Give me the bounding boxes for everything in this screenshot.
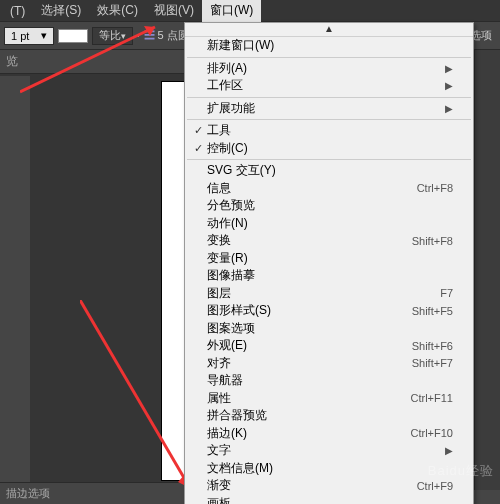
- menu-item-label: 图像描摹: [207, 267, 453, 284]
- menu-item-label: 变换: [207, 232, 412, 249]
- menu-shortcut: Ctrl+F11: [411, 392, 454, 404]
- right-panel-strip[interactable]: [474, 50, 500, 490]
- menu-item-label: 文字: [207, 442, 445, 459]
- tools-panel[interactable]: [0, 76, 30, 504]
- menu-view[interactable]: 视图(V): [146, 0, 202, 22]
- menu-item[interactable]: 动作(N): [185, 215, 473, 233]
- menu-effect[interactable]: 效果(C): [89, 0, 146, 22]
- menu-item[interactable]: 属性Ctrl+F11: [185, 390, 473, 408]
- stroke-size-input[interactable]: 1 pt▾: [4, 27, 54, 45]
- menu-item[interactable]: 图形样式(S)Shift+F5: [185, 302, 473, 320]
- watermark: Baidu经验: [428, 462, 494, 480]
- menu-item-label: 文档信息(M): [207, 460, 453, 477]
- menu-item-label: 外观(E): [207, 337, 412, 354]
- menubar: (T) 选择(S) 效果(C) 视图(V) 窗口(W): [0, 0, 500, 22]
- menu-item[interactable]: 画板: [185, 495, 473, 505]
- menu-item-label: 图形样式(S): [207, 302, 412, 319]
- menu-shortcut: Shift+F8: [412, 235, 453, 247]
- menu-item[interactable]: 导航器: [185, 372, 473, 390]
- menu-item-label: 图案选项: [207, 320, 453, 337]
- menu-separator: [187, 97, 471, 98]
- menu-item[interactable]: 外观(E)Shift+F6: [185, 337, 473, 355]
- menu-separator: [187, 57, 471, 58]
- menu-t[interactable]: (T): [2, 1, 33, 21]
- ratio-select[interactable]: 等比 ▾: [92, 27, 133, 45]
- menu-item-label: 描边(K): [207, 425, 411, 442]
- submenu-arrow-icon: ▶: [445, 63, 453, 74]
- menu-item[interactable]: 新建窗口(W): [185, 37, 473, 55]
- menu-shortcut: Ctrl+F8: [417, 182, 453, 194]
- menu-item-label: SVG 交互(Y): [207, 162, 453, 179]
- menu-item[interactable]: ✓工具: [185, 122, 473, 140]
- menu-item[interactable]: 图案选项: [185, 320, 473, 338]
- menu-separator: [187, 159, 471, 160]
- menu-select[interactable]: 选择(S): [33, 0, 89, 22]
- menu-item-label: 控制(C): [207, 140, 453, 157]
- menu-separator: [187, 119, 471, 120]
- menu-item[interactable]: 扩展功能▶: [185, 100, 473, 118]
- menu-item[interactable]: ✓控制(C): [185, 140, 473, 158]
- menu-item-label: 对齐: [207, 355, 412, 372]
- menu-item-label: 动作(N): [207, 215, 453, 232]
- scroll-up-icon[interactable]: ▲: [185, 23, 473, 37]
- menu-item[interactable]: 工作区▶: [185, 77, 473, 95]
- checkmark-icon: ✓: [189, 142, 207, 155]
- menu-item-label: 属性: [207, 390, 411, 407]
- stroke-swatch[interactable]: [58, 29, 88, 43]
- menu-item-label: 工具: [207, 122, 453, 139]
- menu-item[interactable]: 信息Ctrl+F8: [185, 180, 473, 198]
- menu-item[interactable]: 分色预览: [185, 197, 473, 215]
- menu-item[interactable]: 图层F7: [185, 285, 473, 303]
- menu-item-label: 变量(R): [207, 250, 453, 267]
- menu-item-label: 拼合器预览: [207, 407, 453, 424]
- sub-label: 览: [6, 53, 18, 70]
- menu-shortcut: F7: [440, 287, 453, 299]
- menu-item-label: 画板: [207, 495, 453, 504]
- menu-shortcut: Ctrl+F10: [411, 427, 454, 439]
- menu-shortcut: Shift+F6: [412, 340, 453, 352]
- menu-item[interactable]: 排列(A)▶: [185, 60, 473, 78]
- menu-item[interactable]: SVG 交互(Y): [185, 162, 473, 180]
- menu-item-label: 导航器: [207, 372, 453, 389]
- submenu-arrow-icon: ▶: [445, 103, 453, 114]
- checkmark-icon: ✓: [189, 124, 207, 137]
- menu-item-label: 信息: [207, 180, 417, 197]
- status-label: 描边选项: [6, 486, 50, 501]
- menu-item[interactable]: 变换Shift+F8: [185, 232, 473, 250]
- menu-shortcut: Shift+F7: [412, 357, 453, 369]
- menu-item[interactable]: 描边(K)Ctrl+F10: [185, 425, 473, 443]
- menu-item[interactable]: 图像描摹: [185, 267, 473, 285]
- divider-icon: ·: [137, 31, 140, 41]
- window-menu-dropdown: ▲ 新建窗口(W)排列(A)▶工作区▶扩展功能▶✓工具✓控制(C)SVG 交互(…: [184, 22, 474, 504]
- menu-shortcut: Ctrl+F9: [417, 480, 453, 492]
- submenu-arrow-icon: ▶: [445, 80, 453, 91]
- menu-window[interactable]: 窗口(W): [202, 0, 261, 22]
- menu-item-label: 图层: [207, 285, 440, 302]
- menu-shortcut: Shift+F5: [412, 305, 453, 317]
- menu-item-label: 新建窗口(W): [207, 37, 453, 54]
- menu-item[interactable]: 拼合器预览: [185, 407, 473, 425]
- menu-item-label: 渐变: [207, 477, 417, 494]
- menu-item-label: 扩展功能: [207, 100, 445, 117]
- menu-item[interactable]: 变量(R): [185, 250, 473, 268]
- menu-item-label: 分色预览: [207, 197, 453, 214]
- menu-item[interactable]: 对齐Shift+F7: [185, 355, 473, 373]
- menu-item-label: 排列(A): [207, 60, 445, 77]
- menu-item-label: 工作区: [207, 77, 445, 94]
- menu-item[interactable]: 文字▶: [185, 442, 473, 460]
- submenu-arrow-icon: ▶: [445, 445, 453, 456]
